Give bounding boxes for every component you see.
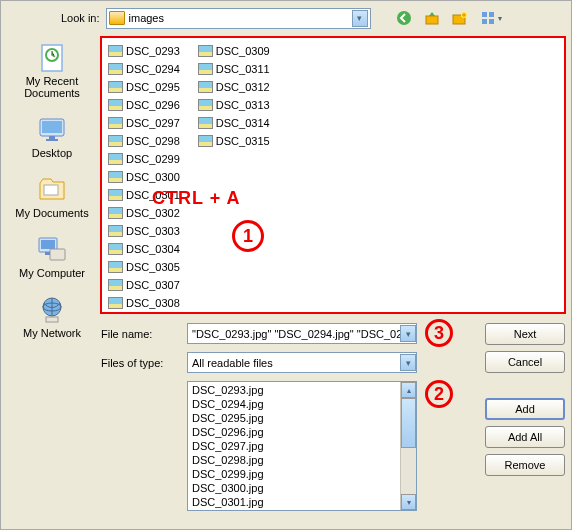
- file-item[interactable]: DSC_0293: [106, 42, 182, 59]
- file-item[interactable]: DSC_0313: [196, 96, 272, 113]
- image-icon: [198, 63, 213, 75]
- chevron-down-icon[interactable]: ▾: [400, 325, 416, 342]
- button-column: Next Cancel Add Add All Remove: [485, 323, 565, 511]
- filetype-label: Files of type:: [101, 357, 181, 369]
- svg-rect-1: [426, 16, 438, 24]
- file-item[interactable]: DSC_0312: [196, 78, 272, 95]
- list-item[interactable]: DSC_0298.jpg: [192, 454, 412, 468]
- added-files-list[interactable]: DSC_0293.jpgDSC_0294.jpgDSC_0295.jpgDSC_…: [187, 381, 417, 511]
- next-button[interactable]: Next: [485, 323, 565, 345]
- bottom-panel: 3 2 File name: "DSC_0293.jpg" "DSC_0294.…: [101, 323, 565, 511]
- file-item[interactable]: DSC_0297: [106, 114, 182, 131]
- annotation-2: 2: [425, 380, 453, 408]
- image-icon: [108, 243, 123, 255]
- svg-rect-11: [42, 121, 62, 133]
- list-item[interactable]: DSC_0301.jpg: [192, 496, 412, 510]
- file-name: DSC_0293: [126, 45, 180, 57]
- chevron-down-icon[interactable]: ▾: [400, 354, 416, 371]
- file-list-pane[interactable]: DSC_0293DSC_0294DSC_0295DSC_0296DSC_0297…: [101, 37, 565, 313]
- image-icon: [108, 153, 123, 165]
- file-name: DSC_0308: [126, 297, 180, 309]
- svg-point-0: [397, 11, 411, 25]
- file-item[interactable]: DSC_0309: [196, 42, 272, 59]
- scroll-down-icon[interactable]: ▾: [401, 494, 416, 510]
- filename-label: File name:: [101, 328, 181, 340]
- file-name: DSC_0312: [216, 81, 270, 93]
- place-label: My Network: [23, 327, 81, 339]
- file-name: DSC_0298: [126, 135, 180, 147]
- file-name: DSC_0301: [126, 189, 180, 201]
- place-desktop[interactable]: Desktop: [32, 113, 72, 159]
- scroll-up-icon[interactable]: ▴: [401, 382, 416, 398]
- remove-button[interactable]: Remove: [485, 454, 565, 476]
- file-item[interactable]: DSC_0302: [106, 204, 182, 221]
- file-item[interactable]: DSC_0311: [196, 60, 272, 77]
- list-item[interactable]: DSC_0297.jpg: [192, 440, 412, 454]
- back-button[interactable]: [393, 7, 415, 29]
- main-area: My Recent Documents Desktop My Documents…: [7, 37, 565, 511]
- filetype-combo[interactable]: All readable files ▾: [187, 352, 417, 373]
- image-icon: [108, 279, 123, 291]
- svg-rect-16: [41, 240, 55, 249]
- scroll-thumb[interactable]: [401, 398, 416, 448]
- file-item[interactable]: DSC_0304: [106, 240, 182, 257]
- file-item[interactable]: DSC_0300: [106, 168, 182, 185]
- file-item[interactable]: DSC_0315: [196, 132, 272, 149]
- svg-rect-6: [482, 19, 487, 24]
- file-name: DSC_0294: [126, 63, 180, 75]
- file-item[interactable]: DSC_0299: [106, 150, 182, 167]
- add-button[interactable]: Add: [485, 398, 565, 420]
- image-icon: [198, 117, 213, 129]
- image-icon: [198, 45, 213, 57]
- file-item[interactable]: DSC_0294: [106, 60, 182, 77]
- file-name: DSC_0307: [126, 279, 180, 291]
- image-icon: [198, 135, 213, 147]
- list-item[interactable]: DSC_0296.jpg: [192, 426, 412, 440]
- file-item[interactable]: DSC_0301: [106, 186, 182, 203]
- svg-rect-7: [489, 19, 494, 24]
- file-name: DSC_0296: [126, 99, 180, 111]
- file-item[interactable]: DSC_0314: [196, 114, 272, 131]
- add-all-button[interactable]: Add All: [485, 426, 565, 448]
- file-name: DSC_0309: [216, 45, 270, 57]
- list-item[interactable]: DSC_0294.jpg: [192, 398, 412, 412]
- place-recent[interactable]: My Recent Documents: [7, 41, 97, 99]
- file-name: DSC_0299: [126, 153, 180, 165]
- file-item[interactable]: DSC_0303: [106, 222, 182, 239]
- right-panel: DSC_0293DSC_0294DSC_0295DSC_0296DSC_0297…: [101, 37, 565, 511]
- svg-rect-12: [49, 136, 55, 139]
- new-folder-button[interactable]: [449, 7, 471, 29]
- file-item[interactable]: DSC_0308: [106, 294, 182, 311]
- image-icon: [108, 45, 123, 57]
- file-name: DSC_0303: [126, 225, 180, 237]
- file-name: DSC_0297: [126, 117, 180, 129]
- list-item[interactable]: DSC_0299.jpg: [192, 468, 412, 482]
- views-button[interactable]: ▾: [477, 7, 507, 29]
- list-item[interactable]: DSC_0293.jpg: [192, 384, 412, 398]
- up-button[interactable]: [421, 7, 443, 29]
- place-mycomputer[interactable]: My Computer: [19, 233, 85, 279]
- file-name: DSC_0300: [126, 171, 180, 183]
- file-item[interactable]: DSC_0296: [106, 96, 182, 113]
- lookin-combo[interactable]: images ▾: [106, 8, 371, 29]
- lookin-value: images: [129, 12, 352, 24]
- image-icon: [108, 99, 123, 111]
- file-item[interactable]: DSC_0307: [106, 276, 182, 293]
- cancel-button[interactable]: Cancel: [485, 351, 565, 373]
- file-item[interactable]: DSC_0305: [106, 258, 182, 275]
- place-label: My Computer: [19, 267, 85, 279]
- place-label: My Documents: [15, 207, 88, 219]
- svg-rect-13: [46, 139, 58, 141]
- file-item[interactable]: DSC_0298: [106, 132, 182, 149]
- file-item[interactable]: DSC_0295: [106, 78, 182, 95]
- file-name: DSC_0305: [126, 261, 180, 273]
- chevron-down-icon[interactable]: ▾: [352, 10, 368, 27]
- place-mydocs[interactable]: My Documents: [15, 173, 88, 219]
- filename-combo[interactable]: "DSC_0293.jpg" "DSC_0294.jpg" "DSC_0295.…: [187, 323, 417, 344]
- list-item[interactable]: DSC_0295.jpg: [192, 412, 412, 426]
- folder-icon: [109, 11, 125, 25]
- scrollbar[interactable]: ▴ ▾: [400, 382, 416, 510]
- place-network[interactable]: My Network: [23, 293, 81, 339]
- svg-rect-5: [489, 12, 494, 17]
- list-item[interactable]: DSC_0300.jpg: [192, 482, 412, 496]
